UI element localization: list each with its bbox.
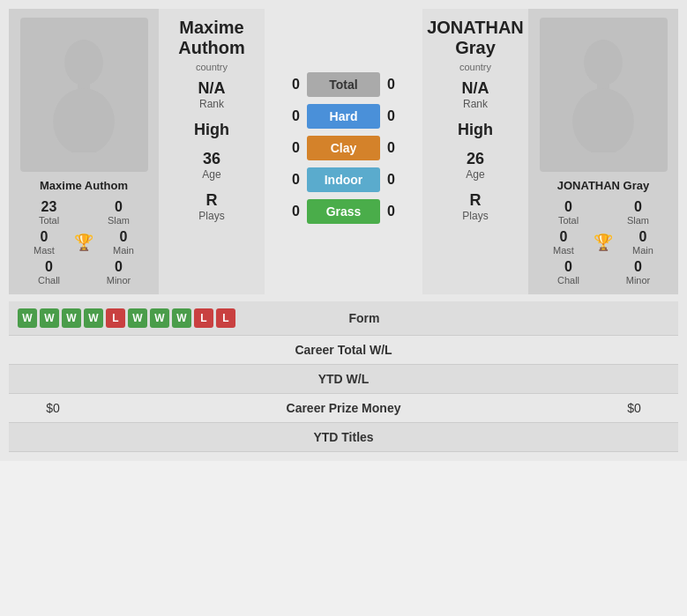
player1-country: country <box>196 62 228 72</box>
player1-plays-row: R Plays <box>163 191 260 222</box>
ytd-titles-label: YTD Titles <box>88 430 599 444</box>
indoor-score-right: 0 <box>387 172 414 188</box>
player1-high-value: High <box>194 121 229 139</box>
hard-score-left: 0 <box>273 108 300 124</box>
total-row: 0 Total 0 <box>273 72 414 97</box>
form-badge-w: W <box>150 308 169 328</box>
form-badge-w: W <box>18 308 37 328</box>
player2-country: country <box>459 62 491 72</box>
player1-age-label: Age <box>202 168 220 181</box>
hard-row: 0 Hard 0 <box>273 104 414 129</box>
player2-rank-label: Rank <box>463 98 488 110</box>
ytd-wl-label: YTD W/L <box>88 372 599 386</box>
form-badge-w: W <box>128 308 147 328</box>
form-badge-w: W <box>84 308 103 328</box>
player2-stats: 0 Total 0 Slam <box>533 199 674 226</box>
total-score-left: 0 <box>273 77 300 93</box>
player2-card: JONATHAN Gray 0 Total 0 Slam 0 Mast 🏆 <box>528 9 678 294</box>
player1-rank-value: N/A <box>198 79 226 98</box>
player2-minor: 0 Minor <box>607 259 669 286</box>
form-badge-l: L <box>216 308 235 328</box>
player1-mast: 0 Mast <box>18 229 71 256</box>
clay-btn[interactable]: Clay <box>307 136 380 160</box>
grass-btn[interactable]: Grass <box>307 199 380 224</box>
player1-plays-label: Plays <box>198 210 224 222</box>
player1-middle-panel: MaximeAuthom country N/A Rank High 36 Ag… <box>159 9 265 294</box>
ytd-wl-row: YTD W/L <box>9 365 678 394</box>
player1-rank-row: N/A Rank <box>163 79 260 110</box>
form-badge-w: W <box>62 308 81 328</box>
form-badge-l: L <box>106 308 125 328</box>
player2-high-value: High <box>458 121 493 139</box>
indoor-row: 0 Indoor 0 <box>273 167 414 192</box>
player2-slam: 0 Slam <box>607 199 669 226</box>
career-total-label: Career Total W/L <box>88 343 599 357</box>
svg-point-2 <box>53 88 115 152</box>
player2-high-row: High <box>427 121 524 139</box>
player1-minor: 0 Minor <box>87 259 150 286</box>
player1-plays-value: R <box>206 191 218 210</box>
player1-bottom-stats: 0 Chall 0 Minor <box>13 259 154 286</box>
svg-point-0 <box>64 40 103 85</box>
form-badges: WWWWLWWWLL <box>18 308 235 328</box>
player2-trophy-icon: 🏆 <box>594 233 613 252</box>
player2-trophy-row: 0 Mast 🏆 0 Main <box>533 226 674 259</box>
bottom-section: WWWWLWWWLL Form Career Total W/L YTD W/L… <box>9 301 678 452</box>
grass-row: 0 Grass 0 <box>273 199 414 224</box>
player2-main: 0 Main <box>616 229 669 256</box>
prize-money-left: $0 <box>18 401 88 415</box>
player2-mast: 0 Mast <box>537 229 590 256</box>
player1-high-row: High <box>163 121 260 139</box>
player2-bottom-stats: 0 Chall 0 Minor <box>533 259 674 286</box>
player2-name: JONATHAN Gray <box>557 179 650 192</box>
total-btn[interactable]: Total <box>307 72 380 97</box>
prize-money-row: $0 Career Prize Money $0 <box>9 394 678 423</box>
player2-chall: 0 Chall <box>537 259 600 286</box>
clay-score-left: 0 <box>273 140 300 156</box>
main-container: Maxime Authom 23 Total 0 Slam 0 Mast 🏆 <box>0 0 687 461</box>
player2-age-value: 26 <box>467 150 484 168</box>
prize-money-label: Career Prize Money <box>88 401 599 415</box>
form-badge-l: L <box>194 308 213 328</box>
player1-age-value: 36 <box>203 150 220 168</box>
player1-age-row: 36 Age <box>163 150 260 181</box>
player1-trophy-icon: 🏆 <box>74 233 93 252</box>
indoor-btn[interactable]: Indoor <box>307 167 380 192</box>
player1-name: Maxime Authom <box>40 179 128 192</box>
player2-rank-value: N/A <box>462 79 489 98</box>
player-comparison: Maxime Authom 23 Total 0 Slam 0 Mast 🏆 <box>9 9 678 294</box>
player2-right-panel: JONATHANGray country N/A Rank High 26 Ag… <box>422 9 528 294</box>
hard-btn[interactable]: Hard <box>307 104 380 129</box>
player1-rank-label: Rank <box>199 98 224 110</box>
grass-score-right: 0 <box>387 204 414 219</box>
form-row: WWWWLWWWLL Form <box>9 301 678 336</box>
form-badge-w: W <box>172 308 191 328</box>
indoor-score-left: 0 <box>273 172 300 188</box>
player2-rank-row: N/A Rank <box>427 79 524 110</box>
player2-plays-row: R Plays <box>427 191 524 222</box>
form-label: Form <box>235 311 493 325</box>
player2-avatar <box>540 18 668 172</box>
clay-row: 0 Clay 0 <box>273 136 414 160</box>
player2-title: JONATHANGray <box>427 18 524 58</box>
player1-avatar <box>20 18 148 172</box>
player1-title: MaximeAuthom <box>178 18 245 58</box>
form-badge-w: W <box>40 308 59 328</box>
hard-score-right: 0 <box>387 108 414 124</box>
prize-money-right: $0 <box>599 401 669 415</box>
player1-slam: 0 Slam <box>87 199 150 226</box>
grass-score-left: 0 <box>273 204 300 219</box>
ytd-titles-row: YTD Titles <box>9 423 678 452</box>
player2-plays-value: R <box>470 191 482 210</box>
clay-score-right: 0 <box>387 140 414 156</box>
svg-point-3 <box>584 40 623 85</box>
player1-total: 23 Total <box>18 199 80 226</box>
player1-chall: 0 Chall <box>18 259 80 286</box>
player2-age-label: Age <box>466 168 484 181</box>
player1-card: Maxime Authom 23 Total 0 Slam 0 Mast 🏆 <box>9 9 159 294</box>
career-total-row: Career Total W/L <box>9 336 678 365</box>
total-score-right: 0 <box>387 77 414 93</box>
svg-point-5 <box>572 88 634 152</box>
player1-trophy-row: 0 Mast 🏆 0 Main <box>13 226 154 259</box>
player2-plays-label: Plays <box>462 210 488 222</box>
